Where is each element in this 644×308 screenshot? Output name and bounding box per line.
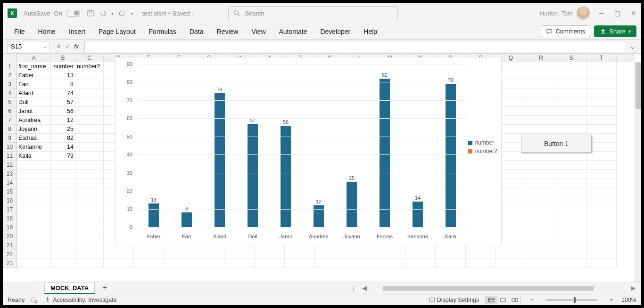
cell[interactable] bbox=[556, 62, 586, 71]
cell[interactable] bbox=[526, 223, 556, 232]
zoom-in-icon[interactable]: + bbox=[608, 297, 615, 303]
cell[interactable] bbox=[285, 250, 315, 259]
cell[interactable] bbox=[75, 125, 104, 134]
cell[interactable] bbox=[556, 223, 586, 232]
cell[interactable] bbox=[586, 98, 617, 107]
tab-review[interactable]: Review bbox=[210, 25, 245, 38]
macro-record-icon[interactable] bbox=[31, 297, 38, 303]
row-header[interactable]: 14 bbox=[3, 178, 17, 187]
cell[interactable] bbox=[134, 250, 164, 259]
cell[interactable] bbox=[556, 214, 586, 223]
tab-help[interactable]: Help bbox=[357, 25, 384, 38]
cell[interactable] bbox=[17, 232, 51, 241]
cell[interactable] bbox=[315, 259, 345, 268]
cell[interactable]: 74 bbox=[51, 89, 75, 98]
row-header[interactable]: 11 bbox=[3, 152, 17, 161]
row-header[interactable]: 18 bbox=[3, 214, 17, 223]
hscroll-left-icon[interactable]: ◀ bbox=[360, 284, 369, 292]
cell[interactable] bbox=[104, 259, 134, 268]
cell[interactable] bbox=[586, 80, 617, 89]
cell[interactable] bbox=[75, 205, 104, 214]
fx-icon[interactable]: fx bbox=[74, 43, 79, 50]
cell[interactable] bbox=[255, 259, 285, 268]
row-header[interactable]: 3 bbox=[3, 80, 17, 89]
cell[interactable] bbox=[51, 178, 75, 187]
cell[interactable] bbox=[75, 71, 104, 80]
cell[interactable] bbox=[51, 187, 75, 196]
cell[interactable] bbox=[586, 178, 617, 187]
hscroll-right-icon[interactable]: ▶ bbox=[629, 284, 637, 292]
cell[interactable] bbox=[75, 80, 104, 89]
cell[interactable] bbox=[586, 223, 617, 232]
cell[interactable] bbox=[586, 214, 617, 223]
cell[interactable] bbox=[496, 250, 526, 259]
cell[interactable] bbox=[75, 259, 104, 268]
cell[interactable] bbox=[75, 187, 104, 196]
formula-input[interactable] bbox=[84, 41, 625, 52]
tab-developer[interactable]: Developer bbox=[314, 25, 357, 38]
cell[interactable] bbox=[526, 250, 556, 259]
cell[interactable] bbox=[526, 170, 556, 178]
cell[interactable] bbox=[51, 196, 75, 205]
sheet-nav-next-icon[interactable]: 〉 bbox=[24, 284, 30, 292]
undo-icon[interactable] bbox=[99, 9, 107, 17]
view-page-layout-icon[interactable] bbox=[497, 296, 509, 304]
share-button[interactable]: Share ▾ bbox=[594, 25, 636, 37]
cell[interactable]: 82 bbox=[51, 134, 75, 143]
row-header[interactable]: 12 bbox=[3, 161, 17, 170]
cell[interactable] bbox=[526, 196, 556, 205]
cell[interactable] bbox=[75, 170, 104, 178]
cell[interactable] bbox=[556, 80, 586, 89]
cell[interactable] bbox=[556, 161, 586, 170]
cell[interactable] bbox=[194, 250, 224, 259]
cell[interactable]: 56 bbox=[51, 107, 75, 116]
tab-insert[interactable]: Insert bbox=[62, 25, 92, 38]
zoom-level[interactable]: 100% bbox=[621, 297, 636, 303]
add-sheet-button[interactable]: + bbox=[102, 283, 107, 293]
cell[interactable] bbox=[164, 250, 194, 259]
cell[interactable] bbox=[586, 62, 617, 71]
cell[interactable] bbox=[526, 187, 556, 196]
cell[interactable] bbox=[466, 259, 496, 268]
cell[interactable] bbox=[556, 116, 586, 125]
row-header[interactable]: 4 bbox=[3, 89, 17, 98]
cell[interactable] bbox=[556, 205, 586, 214]
sheet-nav-prev-icon[interactable]: 〈 bbox=[11, 284, 17, 292]
toggle-icon[interactable] bbox=[66, 10, 80, 17]
display-settings-button[interactable]: Display Settings bbox=[429, 297, 479, 303]
cell[interactable] bbox=[75, 161, 104, 170]
row-header[interactable]: 23 bbox=[3, 259, 17, 268]
cell[interactable]: Aundrea bbox=[17, 116, 51, 125]
cell[interactable] bbox=[556, 152, 586, 161]
cell[interactable] bbox=[586, 259, 617, 268]
cell[interactable] bbox=[255, 250, 285, 259]
cell[interactable] bbox=[51, 259, 75, 268]
cell[interactable] bbox=[17, 196, 51, 205]
chevron-down-icon[interactable]: ⌄ bbox=[43, 44, 47, 49]
cell[interactable] bbox=[17, 187, 51, 196]
macro-button-1[interactable]: Button 1 bbox=[521, 135, 592, 153]
cell[interactable] bbox=[436, 250, 466, 259]
cell[interactable] bbox=[556, 232, 586, 241]
cell[interactable] bbox=[164, 259, 194, 268]
cell[interactable] bbox=[556, 187, 586, 196]
vertical-scrollbar[interactable] bbox=[635, 62, 641, 282]
row-header[interactable]: 5 bbox=[3, 98, 17, 107]
chevron-down-icon[interactable]: ▾ bbox=[111, 11, 114, 16]
cell[interactable]: 25 bbox=[51, 125, 75, 134]
cell[interactable] bbox=[526, 125, 556, 134]
cell[interactable] bbox=[315, 250, 345, 259]
row-header[interactable]: 17 bbox=[3, 205, 17, 214]
cell[interactable] bbox=[285, 259, 315, 268]
cell[interactable] bbox=[345, 259, 375, 268]
cell[interactable] bbox=[586, 250, 617, 259]
cell[interactable] bbox=[586, 196, 617, 205]
cell[interactable] bbox=[51, 161, 75, 170]
cell[interactable] bbox=[75, 107, 104, 116]
cell[interactable] bbox=[586, 107, 617, 116]
cell[interactable] bbox=[224, 250, 255, 259]
cell[interactable]: 13 bbox=[51, 71, 75, 80]
cell[interactable] bbox=[586, 170, 617, 178]
cell[interactable] bbox=[17, 161, 51, 170]
cell[interactable] bbox=[75, 116, 104, 125]
